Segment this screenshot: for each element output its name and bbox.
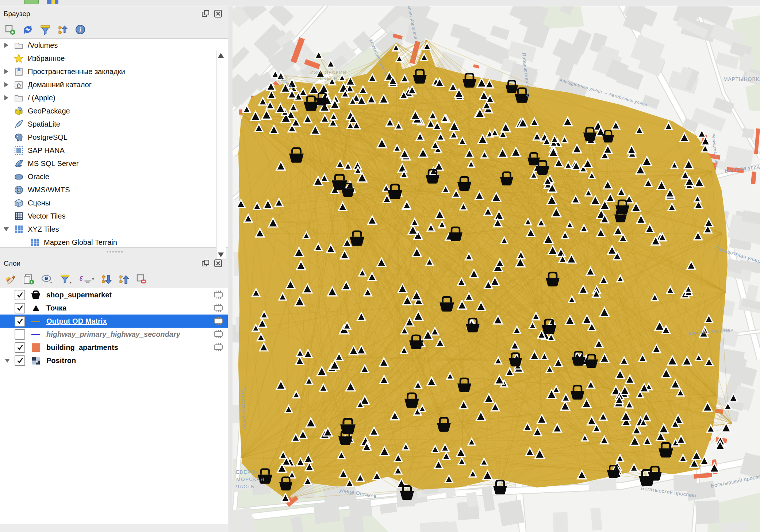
layer-row-output-od-matrix[interactable]: Output OD Matrix bbox=[0, 315, 228, 328]
browser-scrollbar[interactable] bbox=[216, 51, 226, 259]
browser-item-label: MS SQL Server bbox=[28, 159, 78, 168]
refresh-button[interactable] bbox=[22, 24, 34, 35]
map-canvas[interactable]: ИЗОТОВСКИЙСКВЕРМАРТЫНОВКАВербная улицаПа… bbox=[233, 6, 760, 532]
line-symbol-icon bbox=[30, 316, 41, 326]
chevron-right-icon[interactable] bbox=[0, 95, 12, 100]
layers-panel-title: Слои bbox=[4, 259, 20, 267]
scroll-up-icon[interactable] bbox=[218, 53, 224, 58]
browser-item-label: Oracle bbox=[28, 173, 49, 181]
basket-symbol-icon bbox=[30, 290, 41, 300]
chevron-right-icon[interactable] bbox=[0, 82, 12, 87]
splitter-handle-icon bbox=[106, 251, 123, 252]
layer-row-точка[interactable]: Точка bbox=[0, 301, 228, 315]
bookmark-icon bbox=[12, 67, 25, 77]
map-label: СКВЕР bbox=[320, 76, 338, 81]
browser-item-geopackage[interactable]: GeoPackage bbox=[0, 104, 228, 117]
browser-item-label: XYZ Tiles bbox=[28, 225, 59, 234]
add-layer-button[interactable] bbox=[4, 24, 16, 35]
layer-visibility-checkbox[interactable] bbox=[15, 329, 25, 340]
browser-item-sap-hana[interactable]: SAP HANA bbox=[0, 144, 228, 157]
browser-item-label: Домашний каталог bbox=[28, 81, 92, 89]
remove-layer-button[interactable] bbox=[136, 273, 147, 285]
chevron-down-icon[interactable] bbox=[0, 227, 12, 231]
float-panel-button[interactable] bbox=[201, 259, 210, 268]
layer-label: shop_supermarket bbox=[46, 291, 112, 299]
browser-item-oracle[interactable]: Oracle bbox=[0, 170, 228, 183]
chip-indicator-icon[interactable] bbox=[212, 289, 225, 302]
browser-item-postgresql[interactable]: PostgreSQL bbox=[0, 131, 228, 144]
browser-item-домашний-каталог[interactable]: Домашний каталог bbox=[0, 78, 228, 91]
browser-item-пространственные-закладки[interactable]: Пространственные закладки bbox=[0, 65, 228, 78]
browser-item-label: PostgreSQL bbox=[28, 133, 68, 142]
chip-indicator-icon[interactable] bbox=[212, 316, 225, 328]
browser-item-wms-wmts[interactable]: WMS/WMTS bbox=[0, 183, 228, 196]
layer-row-building_apartments[interactable]: building_apartments bbox=[0, 341, 228, 354]
line-symbol-icon bbox=[30, 329, 41, 339]
chip-indicator-icon[interactable] bbox=[212, 342, 225, 354]
chevron-down-icon[interactable] bbox=[0, 359, 15, 363]
panel-splitter[interactable] bbox=[0, 248, 228, 256]
browser-item-vector-tiles[interactable]: Vector Tiles bbox=[0, 209, 228, 223]
scroll-down-icon[interactable] bbox=[218, 252, 224, 257]
close-panel-button[interactable] bbox=[214, 9, 223, 18]
open-layer-styling-button[interactable] bbox=[4, 273, 17, 285]
browser-panel: Браузер i /VolumesИзбранноеПространствен… bbox=[0, 6, 228, 248]
browser-item-избранное[interactable]: Избранное bbox=[0, 52, 228, 65]
browser-item-сцены[interactable]: Сцены bbox=[0, 196, 228, 209]
layer-visibility-checkbox[interactable] bbox=[15, 303, 25, 313]
vectortiles-icon bbox=[12, 211, 25, 221]
qgis-window: Браузер i /VolumesИзбранноеПространствен… bbox=[0, 0, 760, 532]
geopackage-icon bbox=[12, 106, 25, 116]
float-panel-button[interactable] bbox=[201, 9, 210, 18]
swatch-symbol-icon bbox=[30, 343, 41, 352]
layer-row-shop_supermarket[interactable]: shop_supermarket bbox=[0, 288, 228, 301]
expand-all-button[interactable] bbox=[101, 273, 112, 285]
chip-indicator-icon[interactable] bbox=[212, 329, 225, 341]
collapse-all-button[interactable] bbox=[57, 24, 69, 35]
browser-item-label: /Volumes bbox=[28, 41, 58, 50]
close-panel-button[interactable] bbox=[214, 259, 223, 268]
oracle-icon bbox=[12, 172, 25, 182]
chip-indicator-icon[interactable] bbox=[212, 302, 225, 315]
map-label: ИЗОТОВСКИЙ bbox=[310, 70, 347, 75]
app-toolbar-strip bbox=[0, 0, 760, 6]
layers-panel-header: Слои bbox=[0, 256, 228, 271]
xyz-icon bbox=[12, 224, 25, 234]
browser-item-label: SAP HANA bbox=[28, 146, 65, 155]
spatialite-icon bbox=[12, 119, 25, 129]
chevron-right-icon[interactable] bbox=[0, 43, 12, 48]
layer-row-positron[interactable]: Positron bbox=[0, 354, 228, 367]
map-label: МАРТЫНОВКА bbox=[723, 76, 760, 82]
map-svg[interactable]: ИЗОТОВСКИЙСКВЕРМАРТЫНОВКАВербная улицаПа… bbox=[233, 6, 760, 532]
layer-visibility-checkbox[interactable] bbox=[15, 316, 25, 327]
layer-label: Output OD Matrix bbox=[46, 317, 107, 325]
browser-item-mapzen-global-terrain[interactable]: Mapzen Global Terrain bbox=[0, 236, 228, 248]
browser-item-xyz-tiles[interactable]: XYZ Tiles bbox=[0, 223, 228, 236]
chevron-right-icon[interactable] bbox=[0, 69, 12, 74]
add-group-button[interactable] bbox=[23, 273, 35, 285]
collapse-all-button[interactable] bbox=[118, 273, 130, 285]
browser-item-spatialite[interactable]: SpatiaLite bbox=[0, 117, 228, 131]
layers-panel: Слои ε shop_supermarketТочкаOutput OD Ma… bbox=[0, 256, 228, 524]
properties-button[interactable]: i bbox=[74, 24, 86, 35]
filter-by-expression-button[interactable]: ε bbox=[79, 273, 95, 285]
xyz-icon bbox=[28, 238, 41, 247]
browser-item-ms-sql-server[interactable]: MS SQL Server bbox=[0, 157, 228, 170]
browser-item--apple-[interactable]: / (Apple) bbox=[0, 91, 228, 104]
filter-legend-button[interactable] bbox=[60, 273, 73, 285]
wms-icon bbox=[12, 185, 25, 195]
map-label: ЕВЕРО- bbox=[236, 469, 258, 475]
filter-browser-button[interactable] bbox=[39, 24, 51, 35]
layer-visibility-checkbox[interactable] bbox=[15, 355, 25, 366]
browser-item--volumes[interactable]: /Volumes bbox=[0, 39, 228, 52]
positron-symbol-icon bbox=[30, 356, 41, 366]
svg-text:i: i bbox=[80, 27, 81, 33]
layers-toolbar: ε bbox=[0, 271, 228, 288]
star-icon bbox=[12, 54, 25, 63]
layer-visibility-checkbox[interactable] bbox=[15, 290, 25, 300]
map-label: ЧАСТЬ bbox=[236, 484, 255, 489]
manage-map-themes-button[interactable] bbox=[41, 273, 54, 285]
layer-visibility-checkbox[interactable] bbox=[15, 342, 25, 353]
browser-item-label: SpatiaLite bbox=[28, 120, 60, 128]
layer-row-highway_primary_highway_secondary[interactable]: highway_primary_highway_secondary bbox=[0, 328, 228, 341]
